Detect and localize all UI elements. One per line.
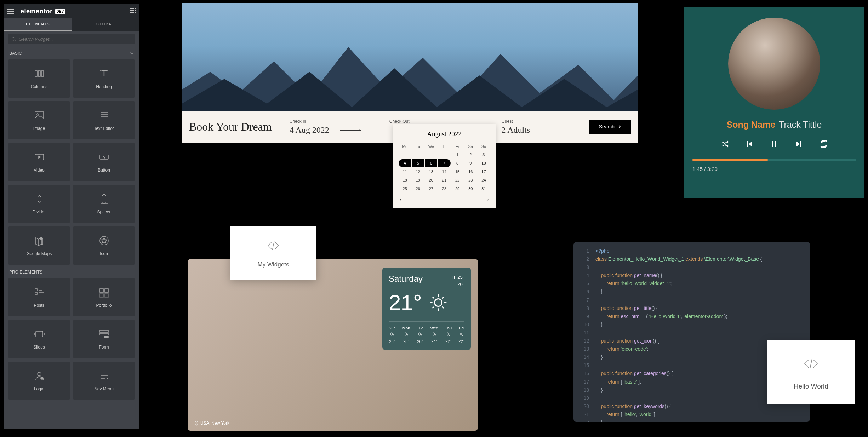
code-icon [801, 354, 821, 373]
widget-divider[interactable]: Divider [8, 185, 70, 223]
cal-day[interactable]: 7 [438, 159, 450, 167]
widget-heading[interactable]: THeading [73, 59, 135, 98]
repeat-icon[interactable] [820, 140, 828, 148]
widget-posts[interactable]: Posts [8, 278, 70, 316]
widget-login[interactable]: Login [8, 362, 70, 400]
svg-rect-3 [130, 10, 132, 11]
cal-day[interactable]: 22 [451, 176, 464, 184]
svg-line-64 [432, 297, 434, 298]
progress-bar[interactable] [692, 159, 856, 161]
cal-day[interactable]: 30 [464, 185, 477, 192]
cal-day[interactable]: 14 [438, 168, 450, 176]
columns-icon [34, 68, 45, 79]
widget-google-maps[interactable]: Google Maps [8, 226, 70, 265]
svg-rect-57 [772, 141, 773, 147]
svg-rect-36 [35, 292, 37, 294]
next-icon[interactable] [795, 140, 803, 148]
widget-button[interactable]: Button [73, 143, 135, 181]
prev-icon[interactable] [745, 140, 754, 148]
cal-day[interactable]: 1 [451, 151, 464, 159]
cal-day[interactable]: 29 [451, 185, 464, 192]
weather-forecast: Sun28°Mon28°Tue26°Wed24°Thu22°Fri22° [389, 321, 464, 344]
cal-day[interactable]: 27 [425, 185, 437, 192]
my-widgets-card[interactable]: My Widgets [230, 226, 316, 280]
search-button[interactable]: Search [589, 120, 631, 134]
widget-portfolio[interactable]: Portfolio [73, 278, 135, 316]
svg-rect-33 [35, 289, 37, 291]
widget-icon[interactable]: Icon [73, 226, 135, 265]
menu-icon[interactable] [7, 9, 14, 14]
cal-day[interactable]: 26 [412, 185, 424, 192]
cal-day[interactable]: 13 [425, 168, 437, 176]
svg-point-74 [196, 422, 197, 423]
elementor-panel: elementor DEV ELEMENTS GLOBAL BASIC Colu… [4, 4, 139, 429]
widget-nav-menu[interactable]: Nav Menu [73, 362, 135, 400]
svg-text:T: T [101, 68, 107, 79]
hello-world-card[interactable]: Hello World [767, 340, 855, 404]
section-basic-toggle[interactable]: BASIC [4, 47, 139, 59]
svg-rect-40 [105, 289, 108, 292]
cal-day[interactable]: 10 [478, 159, 490, 167]
widget-image[interactable]: Image [8, 101, 70, 139]
section-pro-label: PRO ELEMENTS [4, 265, 139, 278]
svg-line-65 [442, 306, 444, 308]
apps-icon[interactable] [130, 8, 136, 15]
cal-day[interactable]: 8 [451, 159, 464, 167]
code-line: 10 } [573, 321, 810, 329]
cal-day[interactable]: 15 [451, 168, 464, 176]
search-box[interactable] [8, 34, 135, 44]
cal-day[interactable]: 9 [464, 159, 477, 167]
cal-day[interactable]: 5 [412, 159, 424, 167]
guest-field[interactable]: Guest 2 Adults [502, 119, 530, 135]
widget-slides[interactable]: Slides [8, 320, 70, 358]
cal-day[interactable]: 21 [438, 176, 450, 184]
tab-elements[interactable]: ELEMENTS [4, 18, 72, 31]
cal-day[interactable]: 11 [399, 168, 411, 176]
widget-label: Icon [100, 251, 108, 256]
pause-icon[interactable] [770, 140, 778, 148]
widget-spacer[interactable]: Spacer [73, 185, 135, 223]
cal-day[interactable]: 17 [478, 168, 490, 176]
cal-day [412, 151, 424, 159]
icon-icon [98, 235, 110, 246]
cal-day[interactable]: 18 [399, 176, 411, 184]
cal-day[interactable]: 16 [464, 168, 477, 176]
widget-label: Button [98, 168, 110, 173]
my-widgets-label: My Widgets [258, 261, 289, 268]
cal-day[interactable]: 25 [399, 185, 411, 192]
cal-day[interactable]: 20 [425, 176, 437, 184]
cal-day[interactable]: 4 [399, 159, 411, 167]
svg-rect-6 [130, 12, 132, 13]
cal-day[interactable]: 3 [478, 151, 490, 159]
cal-day[interactable]: 23 [464, 176, 477, 184]
widget-form[interactable]: Form [73, 320, 135, 358]
svg-line-66 [432, 306, 434, 308]
cal-prev-button[interactable]: ← [399, 196, 405, 203]
cal-day[interactable]: 2 [464, 151, 477, 159]
heading-icon: T [98, 68, 110, 79]
search-input[interactable] [19, 36, 132, 42]
widget-text-editor[interactable]: Text Editor [73, 101, 135, 139]
svg-point-19 [37, 114, 38, 115]
cal-day[interactable]: 19 [412, 176, 424, 184]
pin-icon [194, 421, 199, 426]
cal-day[interactable]: 6 [425, 159, 437, 167]
tab-global[interactable]: GLOBAL [72, 18, 139, 31]
forecast-day: Mon28° [402, 326, 410, 344]
svg-rect-47 [100, 333, 108, 335]
cal-day[interactable]: 12 [412, 168, 424, 176]
svg-rect-58 [775, 141, 776, 147]
checkin-label: Check In [290, 119, 329, 124]
panel-header: elementor DEV [4, 4, 139, 18]
cal-day[interactable]: 31 [478, 185, 490, 192]
svg-point-70 [418, 333, 420, 335]
checkin-value: 4 Aug 2022 [290, 125, 329, 135]
widget-columns[interactable]: Columns [8, 59, 70, 98]
guest-label: Guest [502, 119, 530, 124]
widget-video[interactable]: Video [8, 143, 70, 181]
cal-day[interactable]: 28 [438, 185, 450, 192]
shuffle-icon[interactable] [720, 140, 729, 148]
cal-next-button[interactable]: → [484, 196, 490, 203]
cal-day[interactable]: 24 [478, 176, 490, 184]
checkin-field[interactable]: Check In 4 Aug 2022 [290, 119, 329, 135]
